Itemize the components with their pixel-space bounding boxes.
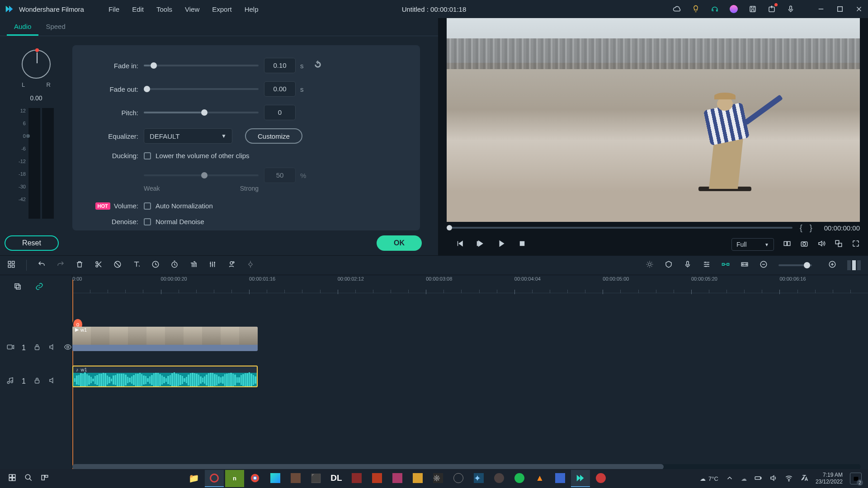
mic-icon[interactable] [786, 5, 795, 14]
chrome-icon[interactable] [245, 470, 264, 487]
resolution-select[interactable]: Full▼ [731, 238, 774, 251]
search-icon[interactable] [24, 474, 33, 483]
volume-icon[interactable] [817, 239, 826, 249]
audio-mixer-icon[interactable] [703, 260, 711, 270]
media-library-icon[interactable] [7, 260, 15, 270]
ok-button[interactable]: OK [377, 235, 422, 251]
compare-icon[interactable] [783, 239, 791, 249]
tab-speed[interactable]: Speed [38, 18, 72, 36]
start-icon[interactable] [8, 474, 16, 483]
tray-volume-icon[interactable] [769, 474, 778, 483]
app-icon-8[interactable] [408, 470, 427, 487]
mixer-icon[interactable] [208, 260, 217, 270]
nvidia-icon[interactable]: n [225, 470, 244, 487]
preview-scrubber[interactable] [447, 227, 793, 229]
lightbulb-icon[interactable] [691, 5, 700, 14]
menu-help[interactable]: Help [238, 3, 265, 15]
obs-icon[interactable] [205, 470, 224, 487]
headphones-icon[interactable] [710, 5, 719, 14]
snapshot-icon[interactable] [800, 239, 808, 249]
weather-widget[interactable]: ☁7°C [700, 475, 718, 482]
save-icon[interactable] [748, 5, 757, 14]
lock-icon[interactable] [33, 343, 41, 353]
prev-frame-icon[interactable] [456, 239, 464, 249]
maximize-icon[interactable] [835, 5, 844, 14]
menu-tools[interactable]: Tools [150, 3, 179, 15]
menu-edit[interactable]: Edit [126, 3, 150, 15]
app-icon-10[interactable] [449, 470, 468, 487]
zoom-out-icon[interactable] [760, 260, 768, 270]
filmora-taskbar-icon[interactable] [571, 470, 590, 487]
menu-file[interactable]: File [102, 3, 126, 15]
tray-chevron-icon[interactable] [726, 474, 734, 483]
app-icon-9[interactable]: ❋ [429, 470, 448, 487]
keyframe-icon[interactable] [246, 260, 255, 270]
app-icon-6[interactable] [368, 470, 387, 487]
app-icon-14[interactable] [591, 470, 610, 487]
equalizer-select[interactable]: DEFAULT▼ [144, 128, 232, 144]
fade-in-value[interactable]: 0.10 [264, 58, 296, 73]
split-icon[interactable] [94, 260, 103, 270]
language-icon[interactable] [800, 474, 808, 483]
zoom-slider[interactable] [778, 264, 812, 266]
onedrive-icon[interactable]: ☁ [741, 475, 747, 482]
menu-view[interactable]: View [179, 3, 206, 15]
pitch-value[interactable]: 0 [264, 105, 296, 120]
app-icon-13[interactable] [551, 470, 570, 487]
mark-in-icon[interactable]: { [800, 223, 802, 233]
explorer-icon[interactable]: 📁 [184, 470, 203, 487]
fade-in-slider[interactable] [144, 65, 259, 66]
stop-icon[interactable] [518, 239, 526, 249]
balance-dial[interactable] [22, 50, 51, 79]
menu-export[interactable]: Export [206, 3, 238, 15]
ducking-checkbox[interactable] [144, 152, 151, 160]
app-icon-11[interactable]: ✦ [469, 470, 488, 487]
link-icon[interactable] [35, 282, 43, 292]
task-view-icon[interactable] [41, 474, 49, 483]
minimize-icon[interactable] [816, 5, 826, 14]
fade-out-value[interactable]: 0.00 [264, 81, 296, 97]
cloud-icon[interactable] [672, 5, 681, 14]
copy-track-icon[interactable] [14, 282, 22, 292]
app-icon-4[interactable]: DL [327, 470, 346, 487]
eye-icon[interactable] [64, 343, 72, 353]
clock[interactable]: 7:19 AM23/12/2022 [816, 472, 843, 485]
fade-reset-icon[interactable] [314, 61, 322, 70]
undo-icon[interactable] [38, 260, 46, 270]
profile-icon[interactable] [729, 5, 738, 14]
render-icon[interactable] [646, 260, 654, 270]
text-icon[interactable] [132, 260, 141, 270]
app-icon-5[interactable] [347, 470, 366, 487]
wifi-icon[interactable] [785, 474, 793, 483]
auto-normalize-checkbox[interactable] [144, 202, 151, 210]
voiceover-icon[interactable] [227, 260, 236, 270]
spotify-icon[interactable] [510, 470, 529, 487]
zoom-level-icon[interactable] [847, 260, 861, 270]
app-icon-12[interactable] [490, 470, 509, 487]
speed-icon[interactable] [151, 260, 160, 270]
tab-audio[interactable]: Audio [7, 18, 38, 36]
fullscreen-icon[interactable] [852, 239, 860, 249]
audio-clip[interactable]: ♪w1 [72, 366, 258, 387]
video-clip[interactable]: ▶w1 [72, 327, 258, 351]
customize-button[interactable]: Customize [245, 128, 302, 144]
app-icon-7[interactable] [388, 470, 407, 487]
app-icon-2[interactable] [286, 470, 305, 487]
timeline-area[interactable]: 0:0000:00:00:2000:00:01:1600:00:02:1200:… [72, 275, 868, 469]
pitch-slider[interactable] [144, 112, 259, 113]
mute-icon[interactable] [48, 343, 57, 353]
crop-icon[interactable] [113, 260, 122, 270]
app-icon-1[interactable] [266, 470, 285, 487]
fit-width-icon[interactable] [741, 260, 749, 270]
play-pause-icon[interactable] [476, 239, 485, 249]
color-icon[interactable] [189, 260, 198, 270]
record-vo-icon[interactable] [684, 260, 692, 270]
duration-icon[interactable] [170, 260, 179, 270]
export-icon[interactable] [767, 5, 776, 14]
fade-out-slider[interactable] [144, 88, 259, 90]
mute-icon[interactable] [48, 376, 57, 386]
app-icon-3[interactable]: ⬛ [307, 470, 326, 487]
delete-icon[interactable] [75, 260, 84, 270]
close-icon[interactable] [854, 5, 863, 14]
marker-icon[interactable] [665, 260, 673, 270]
